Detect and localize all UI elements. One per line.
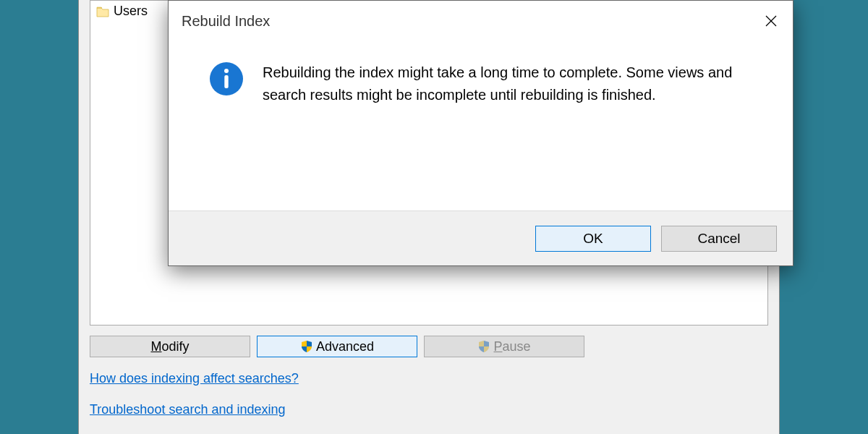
- dialog-footer: OK Cancel: [169, 210, 793, 265]
- dialog-titlebar: Rebuild Index: [169, 1, 793, 41]
- advanced-button[interactable]: Advanced: [257, 336, 417, 357]
- dialog-message: Rebuilding the index might take a long t…: [263, 61, 770, 210]
- ok-button[interactable]: OK: [535, 226, 651, 252]
- rebuild-index-dialog: Rebuild Index Rebuilding the index might…: [168, 0, 793, 266]
- uac-shield-icon: [477, 340, 490, 353]
- close-icon: [765, 15, 777, 27]
- uac-shield-icon: [300, 340, 313, 353]
- button-row: Modify Advanced: [90, 336, 584, 357]
- link-indexing-affect-searches[interactable]: How does indexing affect searches?: [90, 371, 299, 386]
- dialog-title: Rebuild Index: [182, 13, 270, 30]
- list-item-label: Users: [114, 4, 148, 19]
- folder-icon: [96, 6, 109, 17]
- modify-button[interactable]: Modify: [90, 336, 250, 357]
- cancel-button[interactable]: Cancel: [661, 226, 777, 252]
- dialog-body: Rebuilding the index might take a long t…: [169, 41, 793, 210]
- info-icon: [209, 61, 244, 96]
- close-button[interactable]: [749, 1, 793, 41]
- advanced-label: Advanced: [316, 339, 374, 354]
- link-troubleshoot-indexing[interactable]: Troubleshoot search and indexing: [90, 402, 286, 417]
- svg-point-3: [224, 69, 229, 73]
- svg-rect-4: [224, 75, 228, 88]
- pause-button: Pause: [424, 336, 584, 357]
